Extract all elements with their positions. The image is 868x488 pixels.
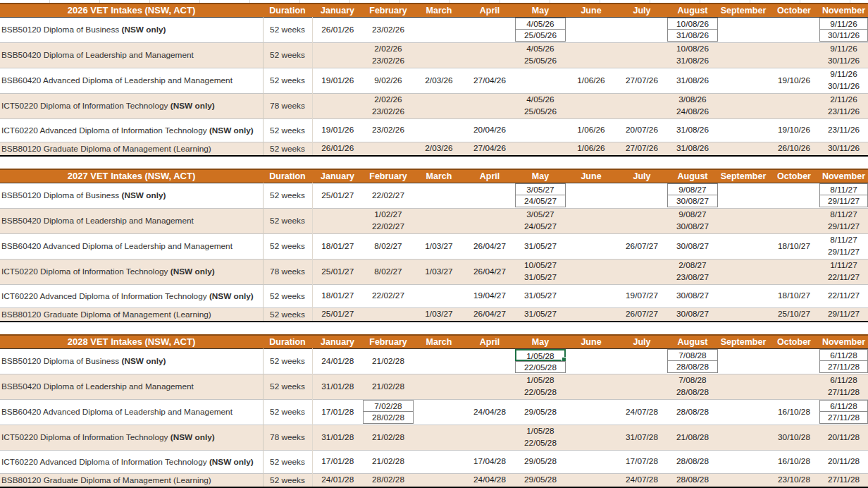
date-cell[interactable]: 20/11/28 (819, 425, 868, 450)
date-cell[interactable]: 1/05/2822/05/28 (515, 374, 566, 399)
date-value[interactable]: 19/04/27 (464, 290, 515, 302)
date-value[interactable]: 18/10/27 (769, 240, 819, 252)
empty-cell[interactable] (566, 233, 616, 259)
empty-cell[interactable] (769, 42, 819, 68)
date-cell[interactable]: 9/08/2730/08/27 (667, 208, 718, 233)
date-value[interactable]: 6/11/28 (819, 374, 868, 386)
date-cell[interactable]: 16/10/28 (769, 399, 819, 425)
date-value[interactable]: 20/04/26 (464, 124, 515, 136)
date-value[interactable]: 29/11/27 (819, 246, 868, 258)
date-value[interactable]: 7/08/28 (667, 349, 718, 361)
date-value[interactable]: 9/11/26 (819, 68, 868, 80)
date-value[interactable]: 24/04/28 (464, 406, 515, 418)
date-value[interactable]: 28/08/28 (667, 456, 718, 468)
date-value[interactable]: 9/08/27 (667, 209, 718, 221)
date-value[interactable]: 1/11/27 (819, 260, 868, 272)
date-value[interactable]: 27/07/26 (616, 142, 667, 154)
date-value[interactable]: 23/11/26 (819, 106, 868, 118)
date-cell[interactable]: 7/08/2828/08/28 (667, 348, 718, 374)
date-value[interactable]: 24/04/28 (464, 474, 515, 486)
date-value[interactable]: 27/04/26 (464, 75, 515, 87)
date-cell[interactable]: 3/05/2724/05/27 (515, 183, 566, 208)
date-value[interactable]: 26/10/26 (769, 142, 819, 154)
course-name-cell[interactable]: ICT50220 Diploma of Information Technolo… (0, 425, 263, 450)
column-header-may[interactable]: May (515, 169, 566, 183)
date-cell[interactable]: 6/11/2827/11/28 (819, 399, 868, 425)
column-header-february[interactable]: February (363, 4, 414, 17)
empty-cell[interactable] (718, 284, 769, 307)
duration-cell[interactable]: 52 weeks (263, 17, 312, 42)
empty-cell[interactable] (566, 17, 616, 42)
date-cell[interactable]: 7/02/2828/02/28 (363, 399, 414, 425)
date-value[interactable]: 27/11/28 (819, 474, 868, 486)
date-value[interactable]: 23/02/26 (363, 24, 414, 36)
date-value[interactable]: 1/02/27 (363, 209, 414, 221)
empty-cell[interactable] (718, 93, 769, 118)
date-cell[interactable]: 17/04/28 (464, 450, 515, 473)
date-value[interactable]: 25/01/27 (313, 190, 364, 202)
column-header-january[interactable]: January (312, 169, 363, 183)
date-value[interactable]: 23/02/26 (363, 106, 414, 118)
empty-cell[interactable] (769, 374, 819, 399)
date-cell[interactable]: 24/04/28 (464, 399, 515, 425)
date-value[interactable]: 25/10/27 (769, 308, 819, 320)
column-header-october[interactable]: October (769, 335, 819, 348)
date-cell[interactable]: 2/02/2623/02/26 (363, 42, 414, 68)
date-value[interactable]: 26/04/27 (464, 308, 515, 320)
date-cell[interactable]: 18/10/27 (769, 284, 819, 307)
date-value[interactable]: 31/05/27 (515, 272, 566, 283)
date-value[interactable]: 21/02/28 (363, 456, 414, 468)
empty-cell[interactable] (718, 307, 769, 322)
date-cell[interactable]: 1/06/26 (566, 118, 616, 142)
column-header-duration[interactable]: Duration (263, 169, 312, 183)
course-name-cell[interactable]: ICT60220 Advanced Diploma of Information… (0, 118, 263, 142)
course-name-cell[interactable]: BSB50120 Diploma of Business (NSW only) (0, 348, 263, 374)
duration-cell[interactable]: 52 weeks (263, 348, 312, 374)
date-cell[interactable]: 27/04/26 (464, 142, 515, 156)
date-value[interactable]: 3/08/26 (667, 94, 718, 106)
column-header-january[interactable]: January (312, 335, 363, 348)
empty-cell[interactable] (414, 93, 464, 118)
date-cell[interactable]: 21/02/28 (363, 450, 414, 473)
date-value[interactable]: 30/11/26 (819, 142, 868, 154)
duration-cell[interactable]: 52 weeks (263, 208, 312, 233)
empty-cell[interactable] (718, 425, 769, 450)
date-value[interactable]: 8/11/27 (819, 234, 868, 246)
date-value[interactable]: 30/10/28 (769, 432, 819, 444)
date-cell[interactable]: 30/08/27 (667, 233, 718, 259)
empty-cell[interactable] (718, 42, 769, 68)
date-value[interactable]: 26/01/26 (313, 24, 364, 36)
column-header-september[interactable]: September (718, 335, 769, 348)
column-header-october[interactable]: October (769, 169, 819, 183)
date-value[interactable]: 2/03/26 (414, 75, 464, 87)
column-header-november[interactable]: November (819, 335, 868, 348)
date-cell[interactable]: 1/06/26 (566, 142, 616, 156)
date-cell[interactable]: 18/01/27 (312, 233, 363, 259)
course-name-cell[interactable]: BSB50420 Diploma of Leadership and Manag… (0, 208, 263, 233)
date-cell[interactable]: 9/11/2630/11/26 (819, 17, 868, 42)
date-value[interactable]: 29/11/27 (819, 195, 868, 207)
date-cell[interactable]: 4/05/2625/05/26 (515, 17, 566, 42)
date-value[interactable]: 23/11/26 (819, 124, 868, 136)
empty-cell[interactable] (566, 374, 616, 399)
date-cell[interactable]: 2/11/2623/11/26 (819, 93, 868, 118)
empty-cell[interactable] (566, 450, 616, 473)
empty-cell[interactable] (718, 233, 769, 259)
empty-cell[interactable] (718, 259, 769, 284)
date-value[interactable]: 1/06/26 (566, 142, 616, 154)
course-name-cell[interactable]: BSB60420 Advanced Diploma of Leadership … (0, 233, 263, 259)
date-value[interactable]: 6/11/28 (819, 349, 868, 361)
empty-cell[interactable] (414, 399, 464, 425)
date-cell[interactable]: 21/02/28 (363, 374, 414, 399)
date-value[interactable]: 28/02/28 (363, 474, 414, 486)
course-name-cell[interactable]: BSB80120 Graduate Diploma of Management … (0, 473, 263, 487)
date-cell[interactable]: 29/11/27 (819, 307, 868, 322)
empty-cell[interactable] (414, 42, 464, 68)
empty-cell[interactable] (566, 259, 616, 284)
date-cell[interactable]: 26/01/26 (312, 142, 363, 156)
date-value[interactable]: 4/05/26 (515, 94, 566, 106)
empty-cell[interactable] (718, 374, 769, 399)
date-cell[interactable]: 24/07/28 (616, 473, 667, 487)
date-value[interactable]: 29/05/28 (515, 406, 566, 418)
empty-cell[interactable] (769, 259, 819, 284)
